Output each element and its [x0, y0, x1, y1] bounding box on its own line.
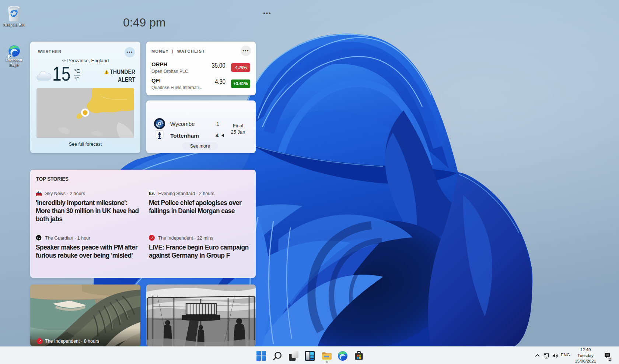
svg-text:The Independent · 8 hours: The Independent · 8 hours — [45, 339, 99, 344]
svg-text:ES.: ES. — [149, 191, 155, 195]
svg-text:news: news — [37, 194, 41, 196]
svg-text:G: G — [37, 236, 40, 240]
svg-text:sky: sky — [36, 191, 41, 194]
